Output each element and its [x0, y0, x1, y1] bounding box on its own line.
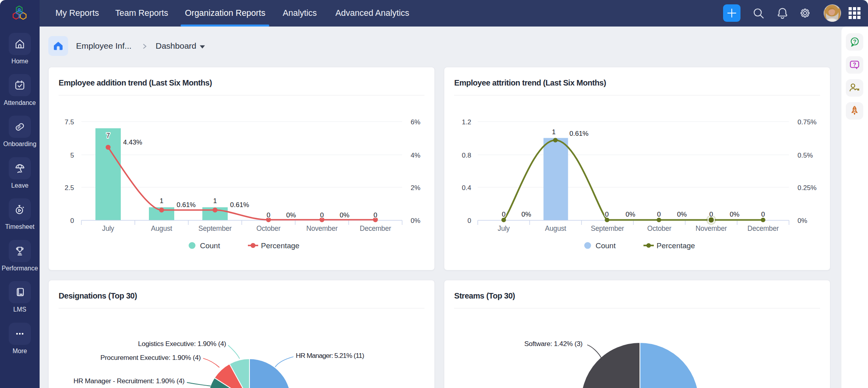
svg-text:7: 7	[106, 132, 110, 139]
svg-text:0.61%: 0.61%	[569, 130, 588, 137]
svg-text:0%: 0%	[522, 211, 531, 218]
svg-text:0: 0	[373, 211, 377, 219]
svg-text:August: August	[151, 224, 172, 232]
svg-text:2.5: 2.5	[65, 184, 74, 192]
svg-text:Procurement Executive: 1.90% (: Procurement Executive: 1.90% (4)	[100, 354, 201, 361]
svg-text:0.75%: 0.75%	[798, 118, 817, 126]
svg-text:July: July	[102, 224, 114, 232]
svg-text:?: ?	[853, 61, 857, 68]
svg-text:Software: 1.42% (3): Software: 1.42% (3)	[524, 340, 582, 348]
svg-text:October: October	[647, 224, 672, 232]
svg-text:September: September	[198, 224, 232, 232]
svg-text:0%: 0%	[798, 217, 807, 224]
svg-text:1: 1	[213, 197, 217, 205]
svg-text:October: October	[257, 224, 281, 232]
svg-text:Logistics Executive: 1.90% (4): Logistics Executive: 1.90% (4)	[138, 340, 226, 348]
svg-text:November: November	[306, 224, 337, 232]
svg-text:?: ?	[853, 38, 857, 45]
svg-text:0%: 0%	[286, 211, 296, 219]
svg-text:HR Manager: 5.21% (11): HR Manager: 5.21% (11)	[296, 352, 364, 359]
svg-text:4.43%: 4.43%	[123, 139, 142, 146]
svg-text:1: 1	[552, 128, 556, 136]
svg-text:0: 0	[502, 211, 505, 218]
svg-text:7.5: 7.5	[65, 118, 74, 126]
svg-text:0%: 0%	[677, 211, 687, 218]
svg-text:0: 0	[266, 211, 270, 219]
svg-text:4%: 4%	[411, 152, 421, 159]
svg-text:Percentage: Percentage	[657, 242, 695, 250]
svg-text:August: August	[545, 224, 566, 232]
svg-text:0.61%: 0.61%	[230, 201, 249, 209]
svg-text:0%: 0%	[626, 211, 636, 218]
svg-text:0.25%: 0.25%	[798, 184, 817, 192]
svg-text:July: July	[498, 224, 510, 232]
svg-text:0: 0	[468, 217, 471, 224]
svg-text:0: 0	[320, 211, 324, 219]
svg-text:5: 5	[70, 152, 74, 159]
svg-text:0%: 0%	[730, 211, 740, 218]
svg-text:November: November	[695, 224, 727, 232]
svg-text:September: September	[591, 224, 624, 232]
svg-text:0.8: 0.8	[462, 152, 471, 159]
svg-text:Count: Count	[596, 242, 616, 250]
svg-text:December: December	[747, 224, 779, 232]
svg-text:0: 0	[657, 211, 661, 218]
svg-text:0: 0	[70, 217, 74, 224]
svg-text:0: 0	[605, 211, 609, 218]
svg-text:0.4: 0.4	[462, 184, 471, 192]
svg-text:0.5%: 0.5%	[798, 152, 813, 159]
svg-text:1.2: 1.2	[462, 118, 471, 126]
svg-text:2%: 2%	[411, 184, 421, 192]
svg-text:December: December	[360, 224, 391, 232]
svg-text:0.61%: 0.61%	[177, 201, 196, 209]
svg-text:0%: 0%	[340, 211, 350, 219]
svg-text:6%: 6%	[411, 118, 421, 126]
svg-text:Count: Count	[200, 242, 220, 250]
svg-text:0: 0	[761, 211, 765, 218]
svg-text:0: 0	[709, 211, 713, 218]
svg-text:1: 1	[160, 197, 163, 205]
svg-text:HR Manager - Recruitment: 1.90: HR Manager - Recruitment: 1.90% (4)	[73, 377, 185, 385]
svg-text:Percentage: Percentage	[261, 242, 299, 250]
svg-text:0%: 0%	[411, 217, 421, 224]
